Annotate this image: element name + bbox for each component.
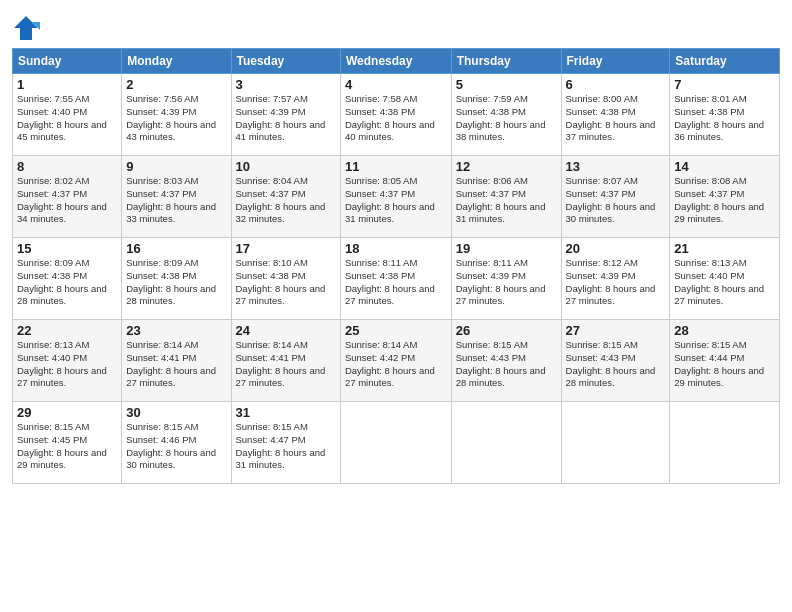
calendar-cell: 11Sunrise: 8:05 AMSunset: 4:37 PMDayligh… [340, 156, 451, 238]
calendar-cell: 31Sunrise: 8:15 AMSunset: 4:47 PMDayligh… [231, 402, 340, 484]
calendar-cell: 25Sunrise: 8:14 AMSunset: 4:42 PMDayligh… [340, 320, 451, 402]
day-info: Sunrise: 7:56 AMSunset: 4:39 PMDaylight:… [126, 93, 216, 142]
calendar-cell [561, 402, 670, 484]
day-number: 28 [674, 323, 775, 338]
day-number: 13 [566, 159, 666, 174]
calendar-cell: 9Sunrise: 8:03 AMSunset: 4:37 PMDaylight… [122, 156, 231, 238]
day-number: 27 [566, 323, 666, 338]
calendar-cell: 13Sunrise: 8:07 AMSunset: 4:37 PMDayligh… [561, 156, 670, 238]
calendar-cell: 15Sunrise: 8:09 AMSunset: 4:38 PMDayligh… [13, 238, 122, 320]
calendar-cell: 17Sunrise: 8:10 AMSunset: 4:38 PMDayligh… [231, 238, 340, 320]
calendar-cell: 24Sunrise: 8:14 AMSunset: 4:41 PMDayligh… [231, 320, 340, 402]
calendar-cell: 14Sunrise: 8:08 AMSunset: 4:37 PMDayligh… [670, 156, 780, 238]
calendar-cell: 27Sunrise: 8:15 AMSunset: 4:43 PMDayligh… [561, 320, 670, 402]
calendar-table: SundayMondayTuesdayWednesdayThursdayFrid… [12, 48, 780, 484]
day-info: Sunrise: 8:10 AMSunset: 4:38 PMDaylight:… [236, 257, 326, 306]
day-info: Sunrise: 8:14 AMSunset: 4:42 PMDaylight:… [345, 339, 435, 388]
calendar-cell: 16Sunrise: 8:09 AMSunset: 4:38 PMDayligh… [122, 238, 231, 320]
day-info: Sunrise: 8:15 AMSunset: 4:45 PMDaylight:… [17, 421, 107, 470]
day-number: 19 [456, 241, 557, 256]
calendar-cell [340, 402, 451, 484]
calendar-cell: 19Sunrise: 8:11 AMSunset: 4:39 PMDayligh… [451, 238, 561, 320]
calendar-header-tuesday: Tuesday [231, 49, 340, 74]
day-info: Sunrise: 8:03 AMSunset: 4:37 PMDaylight:… [126, 175, 216, 224]
day-info: Sunrise: 8:01 AMSunset: 4:38 PMDaylight:… [674, 93, 764, 142]
day-info: Sunrise: 7:55 AMSunset: 4:40 PMDaylight:… [17, 93, 107, 142]
day-number: 15 [17, 241, 117, 256]
day-number: 12 [456, 159, 557, 174]
day-info: Sunrise: 8:09 AMSunset: 4:38 PMDaylight:… [17, 257, 107, 306]
day-number: 20 [566, 241, 666, 256]
day-number: 9 [126, 159, 226, 174]
calendar-cell: 20Sunrise: 8:12 AMSunset: 4:39 PMDayligh… [561, 238, 670, 320]
calendar-cell: 12Sunrise: 8:06 AMSunset: 4:37 PMDayligh… [451, 156, 561, 238]
calendar-cell: 6Sunrise: 8:00 AMSunset: 4:38 PMDaylight… [561, 74, 670, 156]
day-number: 2 [126, 77, 226, 92]
calendar-header-saturday: Saturday [670, 49, 780, 74]
day-info: Sunrise: 8:13 AMSunset: 4:40 PMDaylight:… [674, 257, 764, 306]
day-info: Sunrise: 8:13 AMSunset: 4:40 PMDaylight:… [17, 339, 107, 388]
calendar-header-monday: Monday [122, 49, 231, 74]
day-number: 25 [345, 323, 447, 338]
day-number: 10 [236, 159, 336, 174]
day-info: Sunrise: 8:05 AMSunset: 4:37 PMDaylight:… [345, 175, 435, 224]
calendar-cell: 18Sunrise: 8:11 AMSunset: 4:38 PMDayligh… [340, 238, 451, 320]
day-info: Sunrise: 8:00 AMSunset: 4:38 PMDaylight:… [566, 93, 656, 142]
svg-marker-0 [14, 16, 38, 40]
day-info: Sunrise: 8:04 AMSunset: 4:37 PMDaylight:… [236, 175, 326, 224]
calendar-cell: 26Sunrise: 8:15 AMSunset: 4:43 PMDayligh… [451, 320, 561, 402]
day-number: 7 [674, 77, 775, 92]
day-number: 11 [345, 159, 447, 174]
calendar-cell: 1Sunrise: 7:55 AMSunset: 4:40 PMDaylight… [13, 74, 122, 156]
calendar-cell: 3Sunrise: 7:57 AMSunset: 4:39 PMDaylight… [231, 74, 340, 156]
calendar-header-wednesday: Wednesday [340, 49, 451, 74]
day-number: 23 [126, 323, 226, 338]
day-info: Sunrise: 8:14 AMSunset: 4:41 PMDaylight:… [236, 339, 326, 388]
day-info: Sunrise: 7:57 AMSunset: 4:39 PMDaylight:… [236, 93, 326, 142]
calendar-cell: 29Sunrise: 8:15 AMSunset: 4:45 PMDayligh… [13, 402, 122, 484]
day-number: 6 [566, 77, 666, 92]
day-info: Sunrise: 8:08 AMSunset: 4:37 PMDaylight:… [674, 175, 764, 224]
calendar-cell: 4Sunrise: 7:58 AMSunset: 4:38 PMDaylight… [340, 74, 451, 156]
day-number: 24 [236, 323, 336, 338]
day-info: Sunrise: 8:15 AMSunset: 4:44 PMDaylight:… [674, 339, 764, 388]
day-info: Sunrise: 8:15 AMSunset: 4:47 PMDaylight:… [236, 421, 326, 470]
calendar-cell: 21Sunrise: 8:13 AMSunset: 4:40 PMDayligh… [670, 238, 780, 320]
day-info: Sunrise: 8:12 AMSunset: 4:39 PMDaylight:… [566, 257, 656, 306]
day-number: 21 [674, 241, 775, 256]
calendar-cell: 23Sunrise: 8:14 AMSunset: 4:41 PMDayligh… [122, 320, 231, 402]
day-info: Sunrise: 8:14 AMSunset: 4:41 PMDaylight:… [126, 339, 216, 388]
day-number: 17 [236, 241, 336, 256]
calendar-cell: 30Sunrise: 8:15 AMSunset: 4:46 PMDayligh… [122, 402, 231, 484]
calendar-cell: 2Sunrise: 7:56 AMSunset: 4:39 PMDaylight… [122, 74, 231, 156]
day-number: 14 [674, 159, 775, 174]
calendar-header-thursday: Thursday [451, 49, 561, 74]
logo [12, 14, 44, 42]
day-info: Sunrise: 8:15 AMSunset: 4:43 PMDaylight:… [456, 339, 546, 388]
calendar-cell: 22Sunrise: 8:13 AMSunset: 4:40 PMDayligh… [13, 320, 122, 402]
calendar-cell [670, 402, 780, 484]
day-info: Sunrise: 8:07 AMSunset: 4:37 PMDaylight:… [566, 175, 656, 224]
day-number: 30 [126, 405, 226, 420]
day-info: Sunrise: 8:02 AMSunset: 4:37 PMDaylight:… [17, 175, 107, 224]
day-info: Sunrise: 8:15 AMSunset: 4:46 PMDaylight:… [126, 421, 216, 470]
calendar-header-sunday: Sunday [13, 49, 122, 74]
logo-icon [12, 14, 40, 42]
day-number: 5 [456, 77, 557, 92]
day-info: Sunrise: 7:58 AMSunset: 4:38 PMDaylight:… [345, 93, 435, 142]
calendar-cell: 8Sunrise: 8:02 AMSunset: 4:37 PMDaylight… [13, 156, 122, 238]
day-number: 31 [236, 405, 336, 420]
day-number: 16 [126, 241, 226, 256]
day-info: Sunrise: 8:09 AMSunset: 4:38 PMDaylight:… [126, 257, 216, 306]
day-info: Sunrise: 8:06 AMSunset: 4:37 PMDaylight:… [456, 175, 546, 224]
day-info: Sunrise: 8:11 AMSunset: 4:39 PMDaylight:… [456, 257, 546, 306]
calendar-cell: 10Sunrise: 8:04 AMSunset: 4:37 PMDayligh… [231, 156, 340, 238]
calendar-cell: 5Sunrise: 7:59 AMSunset: 4:38 PMDaylight… [451, 74, 561, 156]
calendar-cell [451, 402, 561, 484]
day-number: 26 [456, 323, 557, 338]
calendar-cell: 28Sunrise: 8:15 AMSunset: 4:44 PMDayligh… [670, 320, 780, 402]
day-number: 3 [236, 77, 336, 92]
day-info: Sunrise: 8:11 AMSunset: 4:38 PMDaylight:… [345, 257, 435, 306]
calendar-cell: 7Sunrise: 8:01 AMSunset: 4:38 PMDaylight… [670, 74, 780, 156]
day-number: 1 [17, 77, 117, 92]
